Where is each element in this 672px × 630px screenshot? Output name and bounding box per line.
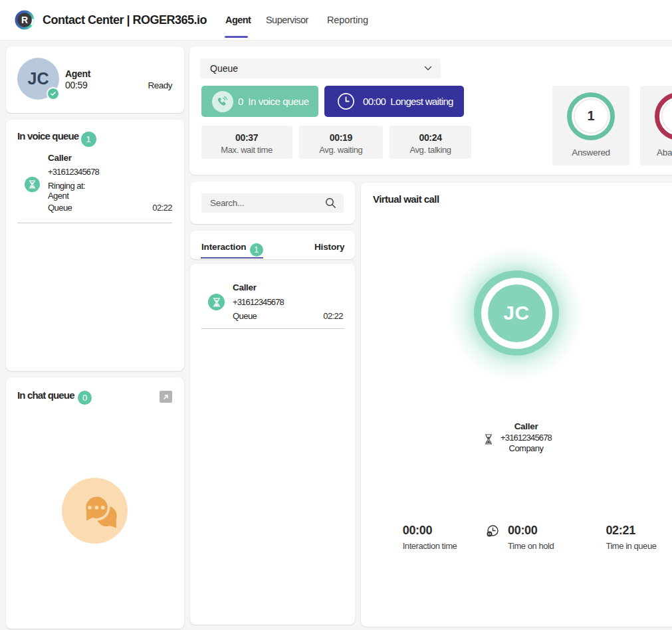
svg-text:R: R — [21, 15, 28, 25]
